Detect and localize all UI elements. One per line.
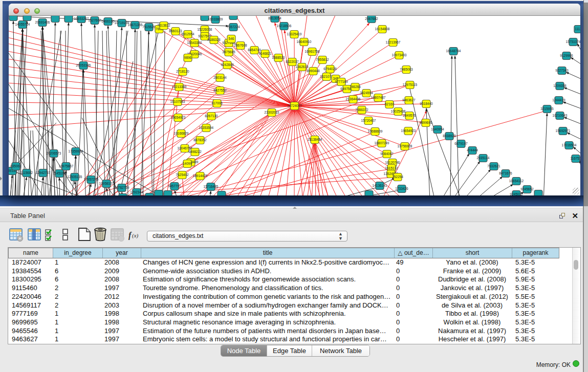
svg-text:(x): (x) <box>132 232 139 239</box>
svg-text:19654923: 19654923 <box>171 116 186 119</box>
svg-text:21364436: 21364436 <box>346 97 361 101</box>
svg-text:1621072: 1621072 <box>320 75 333 78</box>
svg-text:1292344: 1292344 <box>130 190 143 194</box>
svg-text:835061: 835061 <box>10 164 21 168</box>
svg-text:9463627: 9463627 <box>402 98 416 102</box>
svg-text:17957275: 17957275 <box>84 178 99 181</box>
svg-text:10973493: 10973493 <box>392 53 407 57</box>
svg-text:8990448: 8990448 <box>307 69 320 73</box>
svg-text:18724007: 18724007 <box>287 104 302 107</box>
svg-text:9146821: 9146821 <box>258 52 272 55</box>
svg-text:10688609: 10688609 <box>368 129 383 133</box>
svg-text:8322037: 8322037 <box>286 60 299 63</box>
svg-text:2803144: 2803144 <box>213 76 227 79</box>
svg-text:8427552: 8427552 <box>213 89 227 92</box>
svg-text:8878352: 8878352 <box>193 138 207 142</box>
svg-text:1527602: 1527602 <box>88 18 101 22</box>
svg-text:2087682: 2087682 <box>365 17 378 20</box>
svg-text:7613822: 7613822 <box>157 24 170 27</box>
svg-text:10653267: 10653267 <box>74 17 89 20</box>
svg-text:8454749: 8454749 <box>248 48 261 52</box>
svg-text:1244419: 1244419 <box>552 98 565 102</box>
svg-text:9227343: 9227343 <box>555 69 569 72</box>
svg-text:16154808: 16154808 <box>375 27 390 31</box>
svg-text:7955812: 7955812 <box>316 58 329 61</box>
svg-text:16210643: 16210643 <box>553 114 568 117</box>
svg-text:23302033: 23302033 <box>265 111 279 114</box>
svg-text:7515526: 7515526 <box>142 25 156 29</box>
svg-text:9896: 9896 <box>184 56 192 59</box>
svg-text:16671355: 16671355 <box>128 23 143 27</box>
svg-text:8660123: 8660123 <box>169 29 182 33</box>
svg-text:1588520: 1588520 <box>272 56 285 59</box>
svg-text:16782759: 16782759 <box>115 186 129 189</box>
svg-text:10719155: 10719155 <box>115 21 129 25</box>
svg-text:12213967: 12213967 <box>386 40 401 44</box>
svg-text:6466160: 6466160 <box>101 19 115 23</box>
svg-text:62160: 62160 <box>385 102 394 106</box>
svg-text:417006: 417006 <box>211 101 223 105</box>
svg-text:2867608: 2867608 <box>234 43 247 47</box>
svg-text:9327505: 9327505 <box>198 34 211 38</box>
svg-text:15720407: 15720407 <box>361 119 376 122</box>
svg-text:17359924: 17359924 <box>69 149 83 153</box>
svg-text:14099: 14099 <box>183 162 192 165</box>
svg-text:16107553: 16107553 <box>170 100 185 103</box>
svg-text:19166829: 19166829 <box>174 132 189 135</box>
svg-text:20691406: 20691406 <box>35 20 50 24</box>
svg-text:16914479: 16914479 <box>193 174 208 178</box>
svg-text:16120746: 16120746 <box>385 161 400 164</box>
svg-text:14136141: 14136141 <box>373 184 387 187</box>
svg-text:7357224: 7357224 <box>227 25 240 29</box>
svg-text:19654923: 19654923 <box>401 129 416 133</box>
svg-text:2935114: 2935114 <box>477 156 490 160</box>
svg-text:1733426: 1733426 <box>395 187 408 190</box>
svg-text:16543362: 16543362 <box>187 41 202 45</box>
svg-text:1112: 1112 <box>575 27 580 31</box>
svg-text:9457791: 9457791 <box>168 184 181 188</box>
svg-text:10654112: 10654112 <box>509 179 524 183</box>
svg-text:15692971: 15692971 <box>556 129 571 133</box>
svg-text:19756928: 19756928 <box>398 144 412 148</box>
svg-text:116753: 116753 <box>570 157 580 160</box>
svg-text:9242848: 9242848 <box>221 63 234 67</box>
svg-text:1615132: 1615132 <box>385 166 398 170</box>
svg-text:14055714: 14055714 <box>15 23 30 26</box>
svg-text:3824554: 3824554 <box>360 91 373 95</box>
svg-text:546: 546 <box>229 37 234 40</box>
svg-text:20053346: 20053346 <box>76 63 91 67</box>
svg-text:8267130: 8267130 <box>205 114 218 118</box>
svg-text:10046768: 10046768 <box>178 146 192 150</box>
svg-text:8912954: 8912954 <box>181 32 194 36</box>
svg-text:10807487: 10807487 <box>371 96 386 99</box>
svg-text:13325419: 13325419 <box>287 32 302 36</box>
svg-text:10958107: 10958107 <box>99 182 114 185</box>
svg-text:12975115: 12975115 <box>403 83 418 86</box>
svg-text:11353594: 11353594 <box>199 126 214 129</box>
svg-text:8471676: 8471676 <box>499 171 512 175</box>
svg-text:19975867: 19975867 <box>59 164 74 168</box>
svg-text:12213389: 12213389 <box>172 85 187 89</box>
svg-text:8813054: 8813054 <box>268 16 281 20</box>
svg-text:16648784: 16648784 <box>446 49 461 53</box>
svg-text:15226058: 15226058 <box>198 28 212 31</box>
svg-text:15751074: 15751074 <box>566 40 580 43</box>
svg-text:2849576: 2849576 <box>403 114 416 117</box>
svg-text:15138454: 15138454 <box>308 138 322 141</box>
svg-text:9084067: 9084067 <box>380 152 394 156</box>
svg-text:18807249: 18807249 <box>375 141 389 145</box>
svg-text:2718120: 2718120 <box>176 70 189 73</box>
svg-text:6794028: 6794028 <box>323 67 337 71</box>
svg-text:1115682: 1115682 <box>20 171 33 174</box>
svg-text:6498222: 6498222 <box>188 150 202 154</box>
svg-text:9245652: 9245652 <box>520 187 534 191</box>
svg-text:12942737: 12942737 <box>36 171 51 174</box>
svg-text:1209358: 1209358 <box>553 84 567 87</box>
svg-text:7625402: 7625402 <box>176 173 189 177</box>
svg-text:9777169: 9777169 <box>335 80 348 83</box>
svg-text:3875685: 3875685 <box>222 50 235 54</box>
svg-text:10025438: 10025438 <box>391 110 406 113</box>
svg-text:252254: 252254 <box>392 175 403 179</box>
svg-text:19218506: 19218506 <box>277 24 292 28</box>
svg-text:3215955: 3215955 <box>540 107 554 111</box>
